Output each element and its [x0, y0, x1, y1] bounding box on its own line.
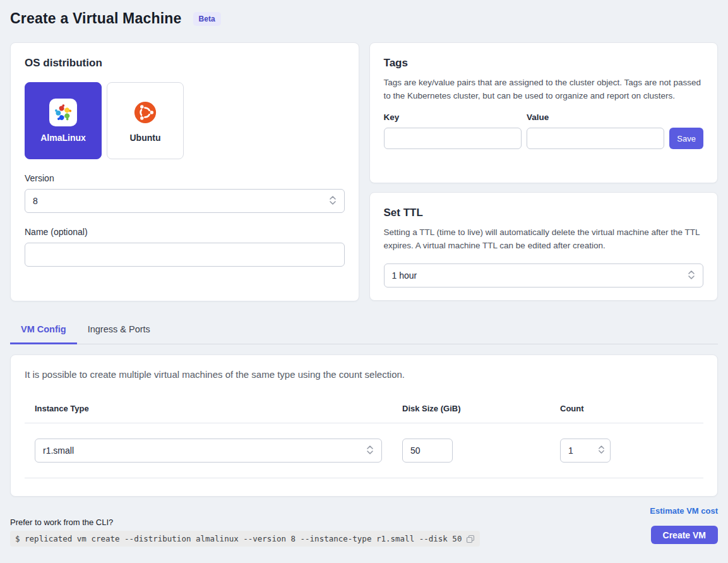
estimate-vm-cost-link[interactable]: Estimate VM cost	[650, 506, 718, 516]
count-stepper[interactable]	[560, 439, 611, 463]
beta-badge: Beta	[193, 12, 221, 26]
column-header-disk-size: Disk Size (GiB)	[402, 404, 560, 413]
tag-key-label: Key	[384, 112, 522, 122]
almalinux-logo-icon	[49, 99, 77, 126]
os-distribution-title: OS distribution	[25, 57, 345, 70]
tab-vm-config[interactable]: VM Config	[10, 318, 77, 344]
instance-type-select[interactable]: r1.small	[35, 439, 382, 463]
cli-block: Prefer to work from the CLI? $ replicate…	[10, 518, 480, 547]
distro-tile-almalinux[interactable]: AlmaLinux	[25, 82, 102, 159]
column-header-count: Count	[560, 404, 703, 413]
create-vm-button[interactable]: Create VM	[651, 526, 718, 544]
ttl-card: Set TTL Setting a TTL (time to live) wil…	[369, 192, 718, 301]
tab-ingress-ports[interactable]: Ingress & Ports	[77, 318, 161, 344]
distro-tile-ubuntu[interactable]: Ubuntu	[107, 82, 184, 159]
ubuntu-logo-icon	[134, 99, 157, 126]
instance-type-value: r1.small	[43, 445, 74, 456]
cli-prompt-text: Prefer to work from the CLI?	[10, 518, 480, 527]
chevron-updown-icon	[366, 445, 374, 457]
os-distribution-card: OS distribution	[10, 42, 359, 301]
cli-command-box: $ replicated vm create --distribution al…	[10, 531, 480, 547]
vm-config-note: It is possible to create multiple virtua…	[25, 369, 703, 380]
version-select-value: 8	[33, 196, 38, 206]
tag-value-input[interactable]	[527, 128, 664, 149]
version-label: Version	[25, 173, 345, 183]
ttl-select[interactable]: 1 hour	[384, 263, 703, 288]
chevron-updown-icon	[688, 270, 695, 282]
page-header: Create a Virtual Machine Beta	[10, 8, 718, 33]
table-row: r1.small	[25, 423, 703, 478]
copy-icon[interactable]	[466, 535, 475, 543]
tags-title: Tags	[384, 57, 703, 70]
footer-row: Prefer to work from the CLI? $ replicate…	[10, 518, 718, 547]
ttl-title: Set TTL	[384, 207, 703, 219]
create-vm-page: Create a Virtual Machine Beta OS distrib…	[0, 0, 728, 547]
vm-config-card: It is possible to create multiple virtua…	[10, 354, 718, 497]
tag-key-input[interactable]	[384, 128, 522, 149]
column-header-instance-type: Instance Type	[35, 404, 402, 413]
version-select[interactable]: 8	[25, 189, 345, 213]
distro-label-ubuntu: Ubuntu	[130, 133, 161, 143]
tags-card: Tags Tags are key/value pairs that are a…	[369, 42, 718, 183]
distro-tiles: AlmaLinux	[25, 82, 345, 159]
chevron-updown-icon	[598, 445, 605, 457]
tags-description: Tags are key/value pairs that are assign…	[384, 76, 703, 102]
config-tabs: VM Config Ingress & Ports	[10, 318, 718, 344]
table-header-row: Instance Type Disk Size (GiB) Count	[25, 404, 703, 423]
disk-size-input[interactable]	[402, 439, 453, 463]
vm-name-label: Name (optional)	[25, 227, 345, 237]
count-input[interactable]	[568, 445, 581, 456]
page-title: Create a Virtual Machine	[10, 10, 182, 27]
cli-command-text: $ replicated vm create --distribution al…	[15, 534, 462, 543]
chevron-updown-icon	[329, 195, 337, 207]
tag-value-label: Value	[527, 112, 664, 122]
ttl-description: Setting a TTL (time to live) will automa…	[384, 226, 703, 252]
vm-name-input[interactable]	[25, 243, 345, 267]
ttl-select-value: 1 hour	[392, 270, 417, 281]
vm-config-table: Instance Type Disk Size (GiB) Count r1.s…	[25, 404, 703, 478]
save-tag-button[interactable]: Save	[669, 128, 703, 149]
distro-label-almalinux: AlmaLinux	[40, 133, 86, 143]
